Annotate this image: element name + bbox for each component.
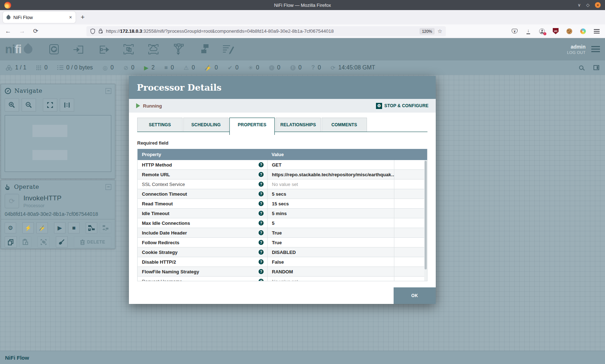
toggle-panel-icon[interactable] [593, 65, 599, 70]
url-bar[interactable]: https://172.18.0.3:32558/nifi/?processGr… [86, 26, 446, 36]
input-port-tool-icon[interactable] [72, 43, 85, 56]
zoom-in-button[interactable] [5, 99, 19, 112]
processor-details-dialog: Processor Details Running ⚙ STOP & CONFI… [129, 76, 436, 304]
process-group-tool-icon[interactable] [122, 43, 135, 56]
disable-button[interactable]: ⚡ [36, 222, 48, 233]
refresh-icon[interactable]: ⟳ [331, 64, 335, 71]
global-menu-icon[interactable] [591, 46, 600, 52]
template-tool-icon[interactable] [197, 43, 210, 56]
screen: NiFi Flow — Mozilla Firefox ∨ ◇ × NiFi F… [0, 0, 605, 364]
help-icon[interactable]: ? [259, 162, 264, 167]
page-zoom-badge[interactable]: 120% [420, 28, 435, 35]
help-icon[interactable]: ? [259, 279, 264, 281]
cookie-extension-icon[interactable] [566, 28, 572, 34]
reload-button[interactable]: ⟳ [33, 27, 38, 35]
lock-warning-icon[interactable] [98, 28, 103, 34]
window-close-icon[interactable]: × [595, 2, 601, 8]
paste-button [19, 236, 32, 247]
table-scrollbar[interactable] [424, 160, 427, 281]
tab-title: NiFi Flow [13, 15, 66, 20]
scrollbar-thumb[interactable] [425, 161, 427, 269]
minimap-component [32, 125, 67, 137]
collapse-operate-icon[interactable]: – [106, 184, 111, 190]
help-icon[interactable]: ? [259, 250, 264, 255]
help-icon[interactable]: ? [259, 191, 264, 196]
help-icon[interactable]: ? [259, 211, 264, 216]
window-minimize-icon[interactable]: ∨ [578, 3, 581, 7]
tab-close-icon[interactable]: × [69, 14, 72, 20]
enable-button[interactable]: ⚡ [22, 222, 34, 233]
zoom-out-button[interactable] [22, 99, 36, 112]
breadcrumb-root[interactable]: NiFi Flow [5, 355, 29, 361]
help-icon[interactable]: ? [259, 201, 264, 206]
navigate-title: Navigate [14, 87, 42, 94]
stat-stale: ↑0 [269, 64, 281, 71]
processor-stamp-icon: ⟳ [5, 194, 19, 208]
output-port-tool-icon[interactable] [97, 43, 110, 56]
current-user: admin [567, 44, 586, 50]
help-icon[interactable]: ? [259, 172, 264, 177]
stop-and-configure-button[interactable]: ⚙ STOP & CONFIGURE [376, 103, 429, 109]
remote-process-group-tool-icon[interactable] [147, 43, 160, 56]
zoom-fit-button[interactable] [43, 99, 57, 112]
dialog-header: Processor Details [129, 76, 436, 99]
funnel-tool-icon[interactable] [172, 43, 185, 56]
downloads-icon[interactable]: ↓ [526, 28, 530, 34]
tracking-shield-icon[interactable] [90, 28, 95, 34]
stat-disabled: ⚡0 [205, 64, 218, 71]
help-icon[interactable]: ? [259, 220, 264, 226]
color-button[interactable] [56, 236, 68, 247]
compass-icon [5, 88, 11, 94]
properties-table: Property Value HTTP Method? GET Remote U… [137, 149, 427, 281]
bookmark-star-icon[interactable]: ☆ [438, 28, 442, 35]
collapse-navigate-icon[interactable]: – [106, 88, 111, 94]
browser-tab-nifi-flow[interactable]: NiFi Flow × [3, 12, 76, 23]
stat-locally-modified-and-stale: !0 [290, 64, 302, 71]
hand-pointer-icon [5, 184, 11, 190]
selected-component-type: Processor [23, 203, 62, 208]
logout-link[interactable]: LOG OUT [567, 50, 586, 55]
save-template-button[interactable] [86, 222, 97, 233]
url-text[interactable]: https://172.18.0.3:32558/nifi/?processGr… [106, 28, 416, 34]
tab-relationships[interactable]: RELATIONSHIPS [275, 118, 321, 132]
table-row: Follow Redirects? True [138, 238, 427, 247]
extension-sparkle-icon[interactable] [580, 28, 586, 34]
start-button[interactable]: ▶ [54, 222, 66, 233]
birdseye-minimap[interactable] [5, 115, 111, 172]
new-tab-button[interactable]: + [81, 13, 85, 21]
stop-button[interactable]: ■ [68, 222, 80, 233]
tab-scheduling[interactable]: SCHEDULING [183, 118, 229, 132]
back-button[interactable]: ← [5, 28, 11, 35]
help-icon[interactable]: ? [259, 269, 264, 274]
app-menu-icon[interactable] [594, 29, 600, 33]
table-row: Remote URL? https://repo.stackable.tech/… [138, 170, 427, 179]
help-icon[interactable]: ? [259, 230, 264, 235]
account-icon[interactable]: × [539, 28, 545, 35]
table-row: Cookie Strategy? DISABLED [138, 247, 427, 257]
window-maximize-icon[interactable]: ◇ [586, 3, 590, 7]
ok-button[interactable]: OK [394, 287, 436, 304]
ublock-extension-icon[interactable]: UO [553, 28, 559, 34]
copy-button[interactable] [5, 236, 17, 247]
tab-properties[interactable]: PROPERTIES [229, 118, 275, 135]
label-tool-icon[interactable] [221, 43, 234, 56]
configure-button[interactable]: ⚙ [5, 222, 16, 233]
help-icon[interactable]: ? [259, 259, 264, 264]
stop-configure-icon: ⚙ [376, 103, 382, 109]
table-row: SSL Context Service? No value set [138, 179, 427, 189]
table-row: Read Timeout? 15 secs [138, 199, 427, 209]
last-refresh-time: 14:45:08 GMT [339, 64, 375, 71]
pocket-icon[interactable]: ∨ [512, 29, 517, 33]
upload-template-button [100, 222, 111, 233]
tab-settings[interactable]: SETTINGS [137, 118, 183, 132]
zoom-actual-size-button[interactable] [60, 99, 74, 112]
tab-comments[interactable]: COMMENTS [322, 118, 367, 132]
help-icon[interactable]: ? [259, 182, 264, 187]
nifi-header: nifi [0, 38, 605, 60]
help-icon[interactable]: ? [259, 240, 264, 245]
refresh-status: ⟳ 14:45:08 GMT [331, 64, 375, 71]
dialog-tabs: SETTINGS SCHEDULING PROPERTIES RELATIONS… [137, 118, 427, 135]
search-icon[interactable] [579, 65, 583, 70]
group-button [37, 236, 50, 247]
processor-tool-icon[interactable] [48, 43, 60, 56]
